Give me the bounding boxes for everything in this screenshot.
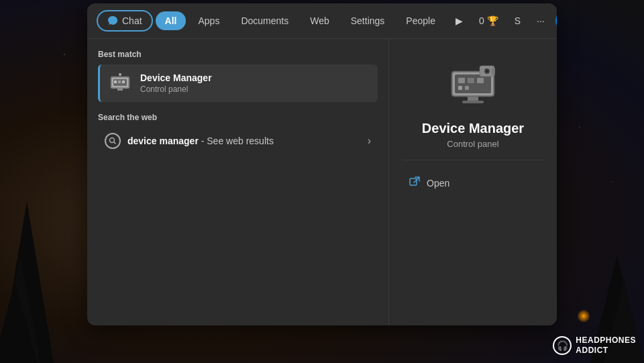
svg-point-13 [110,138,115,143]
web-search-text: device manager - See web results [127,136,361,146]
orange-glow [577,309,590,323]
app-type-large: Control panel [447,139,498,149]
user-button[interactable]: S [509,13,526,29]
device-manager-icon-large [446,59,500,113]
svg-rect-8 [117,89,123,91]
device-manager-icon-small [108,71,132,95]
nav-bar: Chat All Apps Documents Web Settings Peo… [87,3,557,39]
svg-rect-29 [492,68,495,74]
watermark-brand: HEADPHONES [576,335,636,345]
svg-rect-18 [468,97,478,101]
documents-button[interactable]: Documents [231,11,298,30]
svg-rect-19 [462,101,484,103]
all-label: All [165,15,177,26]
svg-rect-21 [468,78,474,83]
svg-rect-17 [455,74,491,93]
settings-button[interactable]: Settings [341,11,394,30]
people-label: People [406,15,435,26]
best-match-text: Device Manager Control panel [140,72,212,94]
divider [402,160,543,160]
settings-label: Settings [351,15,385,26]
svg-rect-23 [458,86,462,90]
nav-actions: ▶ 0 🏆 S ··· [450,10,557,32]
open-label: Open [427,178,449,189]
best-match-title: Device Manager [140,72,212,83]
svg-line-14 [114,142,116,144]
watermark: 🎧 HEADPHONES ADDICT [553,335,636,355]
apps-button[interactable]: Apps [189,11,229,30]
count-button[interactable]: 0 🏆 [474,13,504,29]
best-match-item[interactable]: Device Manager Control panel [98,64,378,102]
web-label: Web [310,15,329,26]
people-button[interactable]: People [396,11,445,30]
watermark-brand2: ADDICT [576,346,636,355]
svg-rect-12 [122,81,125,83]
svg-rect-30 [410,178,417,185]
open-action[interactable]: Open [402,171,543,195]
svg-rect-22 [477,78,484,83]
best-match-subtitle: Control panel [140,85,212,94]
left-panel: Best match Device Manager Control panel [87,39,389,325]
user-label: S [515,15,521,26]
right-panel: Device Manager Control panel Open [389,39,557,325]
chat-label: Chat [122,15,142,26]
bing-button[interactable] [555,10,557,32]
web-search-label: Search the web [98,113,378,122]
dots-label: ··· [537,15,545,26]
documents-label: Documents [241,15,288,26]
all-button[interactable]: All [156,11,186,30]
count-label: 0 [479,15,484,26]
chat-button[interactable]: Chat [97,10,153,32]
web-search-bold: device manager [127,136,199,146]
search-icon [105,133,121,149]
best-match-label: Best match [98,50,378,59]
web-search-suffix: - See web results [199,136,274,146]
web-search-section: Search the web device manager - See web … [98,113,378,154]
svg-rect-24 [465,86,469,90]
chat-icon [107,15,118,26]
watermark-text: HEADPHONES ADDICT [576,335,636,355]
chevron-right-icon: › [368,135,371,147]
main-content: Best match Device Manager Control panel [87,39,557,325]
svg-rect-10 [114,81,117,83]
watermark-icon: 🎧 [553,336,572,355]
svg-point-9 [119,73,121,76]
play-icon: ▶ [455,15,463,26]
web-button[interactable]: Web [301,11,339,30]
web-search-item[interactable]: device manager - See web results › [98,127,378,154]
more-button[interactable]: ··· [531,13,550,29]
svg-point-28 [486,70,488,72]
play-button[interactable]: ▶ [450,13,468,29]
open-icon [409,176,420,190]
apps-label: Apps [198,15,219,26]
trophy-icon: 🏆 [487,15,498,26]
svg-rect-11 [118,81,121,83]
app-name-large: Device Manager [422,121,524,136]
search-panel: Chat All Apps Documents Web Settings Peo… [87,3,557,325]
svg-rect-20 [458,78,465,83]
